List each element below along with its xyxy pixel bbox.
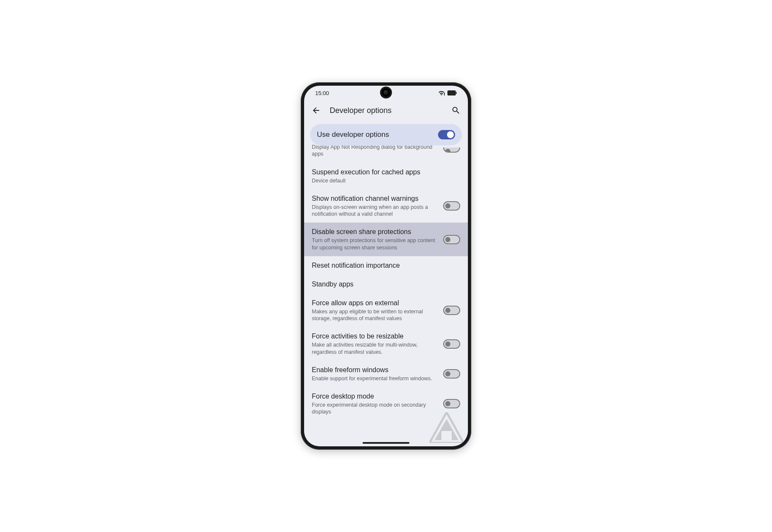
toggle-disable-screen-share-protections[interactable] — [443, 235, 460, 244]
row-reset-notification-importance[interactable]: Reset notification importance — [304, 256, 468, 275]
toggle-enable-freeform-windows[interactable] — [443, 369, 460, 379]
row-title: Enable freeform windows — [312, 366, 436, 374]
row-title: Standby apps — [312, 280, 460, 289]
row-force-allow-apps-external[interactable]: Force allow apps on external Makes any a… — [304, 294, 468, 327]
row-sub: Turn off system protections for sensitiv… — [312, 237, 436, 251]
app-bar: Developer options — [304, 100, 468, 121]
toggle-notification-channel-warnings[interactable] — [443, 201, 460, 211]
back-button[interactable] — [310, 104, 322, 116]
row-sub: Makes any app eligible to be written to … — [312, 308, 436, 322]
row-title: Force desktop mode — [312, 392, 436, 401]
svg-rect-2 — [456, 92, 456, 94]
row-sub: Make all activities resizable for multi-… — [312, 341, 436, 356]
camera-notch — [382, 88, 390, 97]
master-toggle-label: Use developer options — [317, 130, 389, 139]
row-notification-channel-warnings[interactable]: Show notification channel warnings Displ… — [304, 189, 468, 223]
row-title: Suspend execution for cached apps — [312, 168, 460, 176]
settings-list[interactable]: Display App Not Responding dialog for ba… — [304, 121, 468, 446]
battery-icon — [447, 90, 457, 95]
search-button[interactable] — [450, 104, 462, 116]
row-title: Force allow apps on external — [312, 299, 436, 307]
row-force-desktop-mode[interactable]: Force desktop mode Force experimental de… — [304, 387, 468, 421]
row-sub: Displays on-screen warning when an app p… — [312, 204, 436, 218]
row-standby-apps[interactable]: Standby apps — [304, 275, 468, 294]
row-sub: Force experimental desktop mode on secon… — [312, 402, 436, 416]
toggle-force-allow-apps-external[interactable] — [443, 306, 460, 315]
svg-rect-0 — [444, 93, 445, 95]
row-title: Disable screen share protections — [312, 228, 436, 236]
master-toggle-switch[interactable] — [438, 130, 455, 139]
row-suspend-cached-apps[interactable]: Suspend execution for cached apps Device… — [304, 163, 468, 189]
gesture-nav-handle[interactable] — [363, 442, 409, 444]
row-title: Force activities to be resizable — [312, 332, 436, 341]
row-show-background-anrs[interactable]: Display App Not Responding dialog for ba… — [304, 143, 468, 163]
status-time: 15:00 — [315, 90, 329, 96]
toggle-force-desktop-mode[interactable] — [443, 399, 460, 408]
row-disable-screen-share-protections[interactable]: Disable screen share protections Turn of… — [304, 223, 468, 256]
screen: 15:00 Developer options Use developer op… — [304, 86, 468, 446]
row-sub: Display App Not Responding dialog for ba… — [312, 144, 436, 158]
toggle-show-background-anrs[interactable] — [443, 147, 460, 153]
row-title: Show notification channel warnings — [312, 194, 436, 203]
row-sub: Device default — [312, 177, 460, 184]
toggle-force-activities-resizable[interactable] — [443, 339, 460, 349]
svg-rect-1 — [447, 90, 456, 95]
master-toggle-card[interactable]: Use developer options — [310, 124, 462, 145]
page-title: Developer options — [330, 106, 442, 115]
row-title: Reset notification importance — [312, 261, 460, 270]
row-force-activities-resizable[interactable]: Force activities to be resizable Make al… — [304, 327, 468, 361]
row-sub: Enable support for experimental freeform… — [312, 375, 436, 382]
row-enable-freeform-windows[interactable]: Enable freeform windows Enable support f… — [304, 361, 468, 387]
wifi-icon — [438, 90, 445, 95]
phone-frame: 15:00 Developer options Use developer op… — [301, 82, 471, 450]
